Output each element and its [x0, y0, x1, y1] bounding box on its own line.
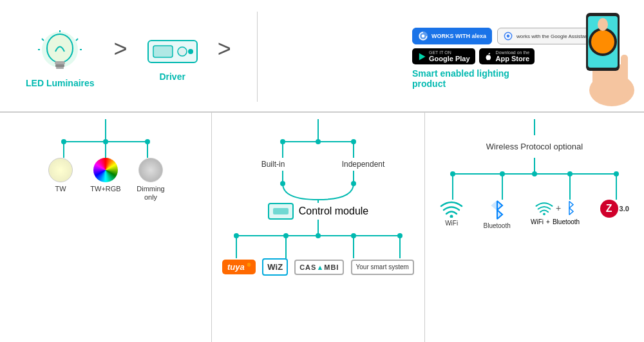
voice-badges-row: WORKS WITH alexa works with the Google A…: [412, 28, 595, 44]
wiz-brand: WiZ: [262, 258, 288, 276]
tuya-logo: tuya ®: [222, 260, 256, 274]
tw-color-circle: [48, 158, 73, 182]
zigbee-item: Z 3.0: [600, 200, 629, 218]
col2-brands-arc-container: [218, 229, 418, 258]
dimming-item: Dimming only: [131, 158, 170, 202]
rgb-item: TW+RGB: [86, 158, 125, 202]
col3-to-arc-line: [534, 158, 535, 167]
svg-rect-11: [153, 46, 173, 57]
svg-marker-19: [419, 53, 426, 60]
bluetooth1-icon: [489, 200, 505, 220]
smart-system-box: Your smart system: [351, 260, 414, 275]
app-store-badge[interactable]: Download on the App Store: [479, 48, 535, 64]
google-icon: [503, 31, 513, 41]
svg-point-58: [283, 233, 289, 238]
led-luminaires-item: LED Luminaires: [26, 29, 95, 88]
dimming-label: Dimming only: [131, 185, 170, 202]
led-bulb-icon: [37, 29, 82, 74]
svg-point-73: [450, 214, 453, 218]
combo-icons: +: [535, 200, 575, 216]
svg-point-71: [614, 171, 619, 176]
svg-point-61: [316, 233, 321, 238]
svg-point-59: [351, 233, 356, 238]
svg-point-69: [500, 171, 505, 176]
control-module-label: Control module: [299, 205, 369, 217]
builtin-item: Built-in: [247, 158, 299, 169]
control-module-section: Control module: [268, 203, 369, 220]
casambi-brand: CAS▲MBI: [294, 260, 344, 275]
brands-logos-row: tuya ® WiZ CAS▲MBI: [222, 258, 415, 276]
col1-items-row: TW TW+RGB Dimming only: [41, 158, 170, 202]
store-badges-row: GET IT ON Google Play Download on the Ap…: [412, 48, 535, 64]
driver-icon: [147, 35, 198, 68]
google-play-badge[interactable]: GET IT ON Google Play: [412, 48, 475, 64]
svg-point-57: [234, 233, 239, 238]
bluetooth2-icon: [564, 200, 575, 216]
wireless-protocol-label: Wireless Protocol optional: [486, 142, 583, 153]
col-led-types: TW TW+RGB Dimming only: [0, 113, 212, 342]
bluetooth1-item: Bluetooth: [483, 200, 510, 229]
smart-system-text: Your smart system: [356, 263, 409, 271]
svg-point-60: [397, 233, 402, 238]
svg-point-15: [422, 35, 425, 38]
wireless-icons-row: WiFi Bluetooth: [431, 200, 638, 229]
zigbee-box: Z 3.0: [600, 200, 629, 218]
top-divider: [257, 12, 258, 102]
appstore-line2: App Store: [496, 55, 530, 62]
svg-point-18: [507, 35, 510, 38]
phone-hand-illustration: [573, 6, 644, 106]
svg-point-70: [567, 171, 573, 176]
col2-control-to-brands-line: [317, 220, 319, 229]
bluetooth2-label: Bluetooth: [553, 218, 580, 225]
play-store-icon: [417, 52, 426, 61]
col1-arc-svg: [41, 135, 170, 158]
wifi-bt-combo-item: + WiFi + Bluetooth: [531, 200, 580, 225]
svg-point-38: [145, 139, 150, 144]
driver-label: Driver: [159, 71, 185, 82]
col2-top-arc-svg: [247, 135, 389, 158]
appstore-line1: Download on the: [496, 50, 530, 55]
svg-point-30: [598, 18, 608, 31]
svg-rect-2: [55, 61, 65, 64]
wifi1-item: WiFi: [440, 200, 463, 227]
svg-point-72: [532, 171, 537, 176]
wifi1-label: WiFi: [445, 220, 458, 227]
dimming-color-circle: [138, 158, 163, 182]
casambi-logo: CAS▲MBI: [294, 260, 344, 275]
apple-icon: [484, 52, 493, 61]
gplay-line1: GET IT ON: [429, 50, 470, 55]
wiz-logo: WiZ: [262, 258, 288, 276]
col1-top-line: [105, 119, 106, 135]
arrow-driver-to-smart-icon: >: [218, 35, 231, 62]
control-module-icon: [268, 203, 294, 220]
svg-point-44: [351, 139, 356, 144]
svg-rect-25: [621, 55, 628, 74]
driver-item: Driver: [147, 35, 198, 82]
combo-plus: +: [546, 218, 550, 225]
svg-point-49: [280, 181, 285, 186]
casambi-text: CAS▲MBI: [299, 263, 339, 271]
top-section: LED Luminaires > Driver >: [0, 0, 644, 113]
arrow-led-to-driver-icon: >: [114, 35, 128, 62]
col-wireless: Wireless Protocol optional: [425, 113, 644, 342]
svg-point-12: [178, 47, 187, 56]
bluetooth1-label: Bluetooth: [483, 222, 510, 229]
svg-point-37: [103, 139, 108, 144]
wiz-text: WiZ: [267, 262, 283, 272]
alexa-text: WORKS WITH alexa: [431, 33, 486, 39]
svg-point-13: [188, 49, 193, 54]
wifi1-icon: [440, 200, 463, 218]
smart-system-brand: Your smart system: [351, 260, 414, 275]
svg-point-45: [316, 139, 321, 144]
tw-item: TW: [41, 158, 80, 202]
col2-top-line: [317, 119, 319, 135]
col2-merge-arc-container: [247, 171, 389, 203]
builtin-independent-row: Built-in Independent: [247, 158, 389, 169]
alexa-badge: WORKS WITH alexa: [412, 28, 492, 44]
svg-point-68: [450, 171, 455, 176]
builtin-label: Built-in: [261, 160, 285, 169]
wifi2-label: WiFi: [531, 218, 544, 225]
svg-point-43: [280, 139, 285, 144]
led-label: LED Luminaires: [26, 78, 95, 88]
col3-top-line: [534, 119, 535, 135]
